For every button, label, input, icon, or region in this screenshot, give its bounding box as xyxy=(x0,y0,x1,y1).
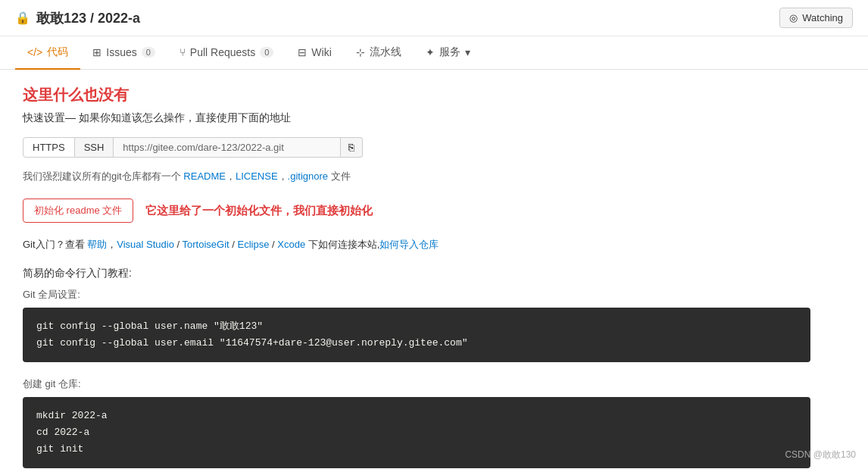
tab-pipeline[interactable]: ⊹ 流水线 xyxy=(344,36,414,70)
code-block-global: git config --global user.name "敢敢123" gi… xyxy=(23,308,810,362)
code-mkdir: mkdir 2022-a xyxy=(36,408,797,424)
chevron-down-icon: ▾ xyxy=(465,46,470,58)
ssh-button[interactable]: SSH xyxy=(75,137,114,158)
tab-code-label: 代码 xyxy=(47,45,68,59)
help-link[interactable]: 帮助 xyxy=(87,239,107,250)
main-content: 这里什么也没有 快速设置— 如果你知道该怎么操作，直接使用下面的地址 HTTPS… xyxy=(0,70,833,469)
lock-icon: 🔒 xyxy=(15,11,30,25)
git-intro: Git入门？查看 帮助，Visual Studio / TortoiseGit … xyxy=(23,238,810,252)
eclipse-link[interactable]: Eclipse xyxy=(237,239,269,250)
section-title: 简易的命令行入门教程: xyxy=(23,267,810,280)
readme-link[interactable]: README xyxy=(183,170,226,182)
pulls-badge: 0 xyxy=(260,47,273,58)
url-row: HTTPS SSH ⎘ xyxy=(23,137,810,158)
tab-issues[interactable]: ⊞ Issues 0 xyxy=(80,37,167,69)
header: 🔒 敢敢123 / 2022-a ◎ Watching xyxy=(0,0,868,36)
init-readme-button[interactable]: 初始化 readme 文件 xyxy=(23,199,133,223)
code-line-2: git config --global user.email "11647574… xyxy=(36,335,797,352)
tab-services-label: 服务 xyxy=(439,45,461,59)
code-line-1: git config --global user.name "敢敢123" xyxy=(36,318,797,335)
tab-services[interactable]: ✦ 服务 ▾ xyxy=(414,36,482,70)
repo-title-row: 🔒 敢敢123 / 2022-a xyxy=(15,9,140,27)
tab-wiki[interactable]: ⊟ Wiki xyxy=(286,37,343,69)
init-row: 初始化 readme 文件 它这里给了一个初始化文件，我们直接初始化 xyxy=(23,199,810,223)
tab-issues-label: Issues xyxy=(106,46,136,58)
repo-title: 敢敢123 / 2022-a xyxy=(36,9,140,27)
quick-setup-subtitle: 快速设置— 如果你知道该怎么操作，直接使用下面的地址 xyxy=(23,111,810,125)
tab-pulls[interactable]: ⑂ Pull Requests 0 xyxy=(167,37,286,69)
copy-icon: ⎘ xyxy=(348,142,354,153)
pulls-icon: ⑂ xyxy=(180,46,186,58)
tab-wiki-label: Wiki xyxy=(311,46,331,58)
empty-title: 这里什么也没有 xyxy=(23,85,810,105)
tortoisegit-link[interactable]: TortoiseGit xyxy=(183,239,229,250)
xcode-link[interactable]: Xcode xyxy=(277,239,305,250)
readme-notice: 我们强烈建议所有的git仓库都有一个 README，LICENSE，.gitig… xyxy=(23,170,810,183)
import-link[interactable]: 如何导入仓库 xyxy=(379,239,439,250)
git-global-title: Git 全局设置: xyxy=(23,288,810,302)
pipeline-icon: ⊹ xyxy=(356,46,365,58)
gitignore-link[interactable]: .gitignore xyxy=(288,170,328,182)
watching-label: Watching xyxy=(802,12,843,23)
repo-url-input[interactable] xyxy=(114,137,341,158)
services-icon: ✦ xyxy=(426,46,435,58)
license-link[interactable]: LICENSE xyxy=(236,170,278,182)
wiki-icon: ⊟ xyxy=(298,46,307,58)
watermark: CSDN @敢敢130 xyxy=(785,449,856,461)
init-desc: 它这里给了一个初始化文件，我们直接初始化 xyxy=(145,204,373,218)
tab-code[interactable]: </> 代码 xyxy=(15,36,80,70)
watching-button[interactable]: ◎ Watching xyxy=(779,8,853,28)
copy-url-button[interactable]: ⎘ xyxy=(341,137,363,158)
eye-icon: ◎ xyxy=(789,12,798,23)
nav-tabs: </> 代码 ⊞ Issues 0 ⑂ Pull Requests 0 ⊟ Wi… xyxy=(0,36,868,70)
code-block-create: mkdir 2022-a cd 2022-a git init xyxy=(23,397,810,468)
code-cd: cd 2022-a xyxy=(36,424,797,441)
create-repo-title: 创建 git 仓库: xyxy=(23,377,810,391)
tab-pipeline-label: 流水线 xyxy=(370,45,401,59)
issues-badge: 0 xyxy=(142,47,155,58)
vs-link[interactable]: Visual Studio xyxy=(117,239,174,250)
issues-icon: ⊞ xyxy=(92,46,101,58)
code-icon: </> xyxy=(27,46,42,58)
code-init: git init xyxy=(36,441,797,458)
tab-pulls-label: Pull Requests xyxy=(190,46,255,58)
https-button[interactable]: HTTPS xyxy=(23,137,75,158)
